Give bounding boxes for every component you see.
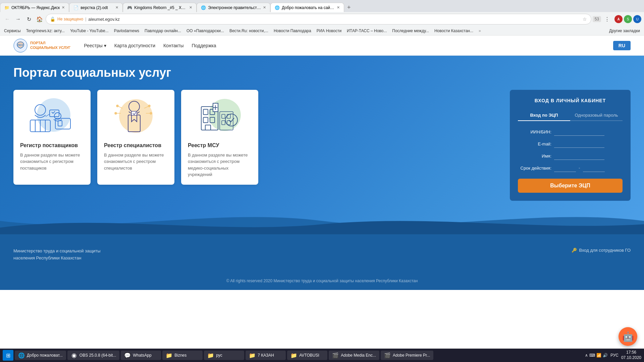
tab-title-2: верстка (2).odt — [80, 5, 113, 10]
bookmark-8[interactable]: РИА Новости — [315, 28, 343, 34]
taskbar-right: ∧ ⌨ 📶 🔊 РУС 17:56 07.10.2020 — [585, 350, 641, 360]
website: ПСУ ПОРТАЛ СОЦИАЛЬНЫХ УСЛУГ Реестры ▾ Ка… — [0, 36, 644, 290]
nav-reestr[interactable]: Реестры ▾ — [84, 43, 106, 48]
card-2-title: Реестр специалистов — [104, 142, 168, 149]
taskbar-avtobusi[interactable]: 📁 AVTOBUSI — [287, 351, 327, 360]
bookmark-11[interactable]: Новости Казахстан... — [433, 28, 475, 34]
chatbot-button[interactable]: 🤖 — [619, 327, 637, 346]
reload-button[interactable]: ↻ — [24, 14, 34, 24]
employee-login-link[interactable]: 🔑 Вход для сотрудников ГО — [572, 248, 631, 253]
bookmark-9[interactable]: ИТАР-ТАСС – Ново... — [345, 28, 388, 34]
taskbar-biznes-label: Biznes — [174, 353, 186, 358]
taskbar-clock[interactable]: 17:56 07.10.2020 — [621, 350, 641, 360]
svg-text:ПСУ: ПСУ — [18, 44, 23, 47]
validity-to[interactable] — [583, 164, 605, 172]
taskbar-kazan[interactable]: 📁 7 КАЗАН — [246, 351, 286, 360]
tray-arrow[interactable]: ∧ — [585, 353, 588, 358]
tab-4[interactable]: 🌐 Электронное правительство Р... ✕ — [197, 3, 270, 12]
footer-content: Министерство труда и социальной защиты н… — [13, 248, 631, 262]
bookmark-serv[interactable]: Сервисы — [3, 28, 22, 34]
svg-point-20 — [148, 105, 150, 107]
taskbar-rus-label: рус — [216, 353, 222, 358]
new-tab-button[interactable]: + — [344, 3, 354, 12]
security-icon: 🔓 — [50, 17, 55, 22]
bookmark-4[interactable]: Павлодар онлайн... — [143, 28, 182, 34]
card-1-illustration — [20, 97, 80, 137]
taskbar-adobe-media[interactable]: 🎬 Adobe Media Enc... — [329, 351, 379, 360]
browser-chrome: 📁 ОКТЯБРЬ — Яндекс.Диск ✕ 📄 верстка (2).… — [0, 0, 644, 36]
tab-ecp[interactable]: Вход по ЭЦП — [518, 110, 570, 121]
taskbar-browser[interactable]: 🌐 Добро пожаловат... — [15, 351, 66, 360]
card-3-illustration — [188, 97, 248, 137]
tab-close-3[interactable]: ✕ — [189, 5, 192, 10]
tab-favicon-3: 🎮 — [127, 5, 132, 10]
bookmark-3[interactable]: Pavlodarnews — [113, 28, 141, 34]
address-bar[interactable]: 🔓 Не защищено | aleumet.egov.kz ☆ — [46, 14, 591, 24]
tab-otp[interactable]: Одноразовый пароль — [570, 110, 623, 120]
tab-close-4[interactable]: ✕ — [263, 5, 266, 10]
name-row: Имя: — [518, 152, 623, 160]
start-button[interactable]: ⊞ — [3, 350, 13, 361]
home-button[interactable]: 🏠 — [35, 14, 44, 24]
tab-close-1[interactable]: ✕ — [62, 5, 65, 10]
taskbar-rus[interactable]: 📁 рус — [204, 351, 244, 360]
whatsapp-icon: 💬 — [124, 352, 131, 359]
language-button[interactable]: RU — [613, 41, 631, 50]
iin-row: ИИН/БИН: — [518, 128, 623, 136]
forward-button[interactable]: → — [13, 14, 23, 24]
logo-text: ПОРТАЛ СОЦИАЛЬНЫХ УСЛУГ — [30, 41, 70, 50]
bookmark-7[interactable]: Новости Павлодара — [272, 28, 313, 34]
tab-2[interactable]: 📄 верстка (2).odt ✕ — [69, 3, 123, 12]
tab-5[interactable]: 🌐 Добро пожаловать на сайт По... ✕ — [270, 3, 344, 12]
tab-close-5[interactable]: ✕ — [337, 5, 340, 10]
nav-contacts[interactable]: Контакты — [163, 43, 183, 48]
footer-copyright: © All rights reserved 2020 Министерство … — [13, 272, 631, 283]
site-logo[interactable]: ПСУ ПОРТАЛ СОЦИАЛЬНЫХ УСЛУГ — [13, 39, 70, 53]
name-label: Имя: — [518, 154, 551, 159]
address-text[interactable]: aleumet.egov.kz — [88, 17, 580, 22]
taskbar-premiere[interactable]: 🎬 Adobe Premiere Pr... — [381, 351, 433, 360]
tray-keyboard: ⌨ — [589, 353, 595, 358]
system-tray: ∧ ⌨ 📶 🔊 — [585, 353, 608, 358]
bookmarks-bar: Сервисы Tengrinews.kz: акту... YouTube -… — [0, 26, 644, 36]
biznes-icon: 📁 — [166, 352, 172, 359]
svg-point-23 — [115, 112, 117, 114]
tab-title-3: Kingdoms Reborn _#5 _ Хьюст... — [134, 5, 187, 10]
tab-1[interactable]: 📁 ОКТЯБРЬ — Яндекс.Диск ✕ — [0, 3, 69, 12]
nav-support[interactable]: Поддержка — [192, 43, 216, 48]
card-providers[interactable]: Регистр поставщиков В данном разделе вы … — [13, 90, 91, 185]
taskbar-obs[interactable]: ◉ OBS 25.0.8 (64-bit... — [67, 351, 119, 360]
login-title: ВХОД В ЛИЧНЫЙ КАБИНЕТ — [518, 98, 623, 103]
tab-favicon-4: 🌐 — [201, 5, 206, 10]
bookmark-10[interactable]: Последние между... — [391, 28, 430, 34]
rus-icon: 📁 — [207, 352, 214, 359]
ecp-button[interactable]: Выберите ЭЦП — [518, 179, 623, 193]
other-bookmarks[interactable]: Другие закладки — [608, 28, 641, 34]
taskbar-biznes[interactable]: 📁 Biznes — [162, 351, 203, 360]
card-1-title: Регистр поставщиков — [20, 142, 84, 149]
footer: Министерство труда и социальной защиты н… — [0, 234, 644, 290]
logo-svg: ПСУ — [13, 39, 28, 53]
card-specialists[interactable]: Реестр специалистов В данном разделе вы … — [97, 90, 174, 185]
svg-point-13 — [119, 99, 153, 133]
card-msu[interactable]: Реестр МСУ В данном разделе вы можете оз… — [181, 90, 258, 185]
bookmark-1[interactable]: Tengrinews.kz: акту... — [25, 28, 66, 34]
svg-rect-27 — [203, 109, 208, 115]
nav-more-button[interactable]: ⋮ — [602, 14, 612, 24]
time-display: 17:56 — [621, 350, 641, 355]
bookmark-6[interactable]: Вести.Ru: новости,... — [228, 28, 270, 34]
bookmark-2[interactable]: YouTube - YouTube... — [69, 28, 110, 34]
bookmark-icon[interactable]: ☆ — [583, 16, 587, 22]
bookmark-5[interactable]: ОО «Павлодарски... — [185, 28, 225, 34]
tab-3[interactable]: 🎮 Kingdoms Reborn _#5 _ Хьюст... ✕ — [123, 3, 197, 12]
card-2-illustration — [104, 97, 164, 137]
extensions-button[interactable]: 53 — [593, 16, 601, 22]
iin-input[interactable] — [554, 128, 604, 136]
taskbar-whatsapp[interactable]: 💬 WhatsApp — [121, 351, 161, 360]
validity-from[interactable] — [554, 164, 576, 172]
nav-map[interactable]: Карта доступности — [114, 43, 155, 48]
tab-close-2[interactable]: ✕ — [115, 5, 118, 10]
email-input[interactable] — [554, 140, 604, 148]
back-button[interactable]: ← — [3, 14, 12, 24]
name-input[interactable] — [554, 152, 604, 160]
